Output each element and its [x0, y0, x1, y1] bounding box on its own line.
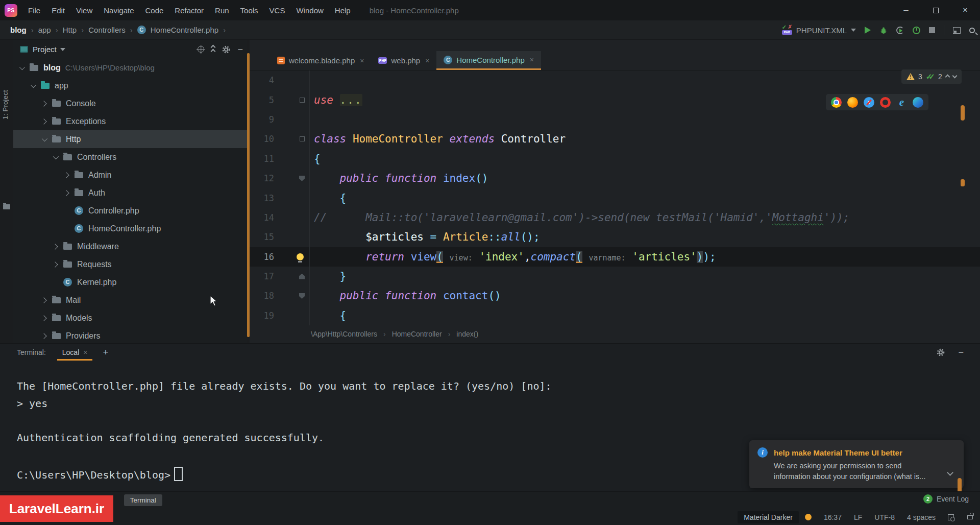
search-everywhere-icon[interactable] — [969, 28, 975, 33]
editor-breadcrumb-item[interactable]: index() — [456, 330, 478, 338]
chevron-collapsed-icon[interactable] — [41, 118, 46, 124]
chevron-collapsed-icon[interactable] — [63, 172, 69, 178]
editor-scrollbar-thumb[interactable] — [961, 105, 965, 121]
inspections-widget[interactable]: 3 ✓✓ 2 — [901, 69, 962, 84]
close-icon[interactable]: × — [530, 56, 534, 64]
breadcrumb-item-http[interactable]: Http — [63, 26, 77, 34]
chevron-expanded-icon[interactable] — [53, 153, 59, 159]
breadcrumb-item-blog[interactable]: blog — [10, 26, 27, 34]
status-indent[interactable]: 4 spaces — [907, 513, 936, 521]
stop-button[interactable] — [929, 27, 935, 33]
chrome-browser-icon[interactable] — [831, 97, 842, 108]
chevron-down-icon[interactable] — [947, 469, 953, 476]
maximize-button[interactable] — [921, 0, 950, 20]
gear-icon[interactable] — [937, 348, 945, 356]
tool-button-terminal[interactable]: Terminal — [124, 494, 162, 506]
run-button[interactable] — [865, 27, 871, 34]
tree-item-kernel-php[interactable]: CKernel.php — [13, 273, 247, 291]
fold-marker-icon[interactable] — [299, 176, 305, 181]
menu-item-code[interactable]: Code — [139, 4, 169, 17]
chevron-expanded-icon[interactable] — [42, 135, 47, 141]
chevron-collapsed-icon[interactable] — [41, 315, 46, 321]
chevron-expanded-icon[interactable] — [31, 82, 36, 87]
tab-welcome-blade-php[interactable]: welcome.blade.php× — [270, 51, 371, 70]
hide-panel-icon[interactable]: − — [958, 348, 964, 357]
intention-bulb-icon[interactable] — [297, 253, 304, 260]
menu-item-navigate[interactable]: Navigate — [98, 4, 139, 17]
tree-item-http[interactable]: Http — [13, 130, 247, 148]
fold-marker-icon[interactable] — [299, 274, 305, 279]
tree-item-middleware[interactable]: Middleware — [13, 237, 247, 255]
close-icon[interactable]: × — [360, 57, 364, 65]
fold-marker-icon[interactable] — [300, 98, 305, 103]
menu-item-view[interactable]: View — [70, 4, 98, 17]
chevron-collapsed-icon[interactable] — [52, 261, 58, 267]
menu-item-tools[interactable]: Tools — [235, 4, 264, 17]
minimize-button[interactable]: – — [891, 0, 921, 20]
opera-browser-icon[interactable] — [880, 97, 891, 108]
event-log-button[interactable]: 2 Event Log — [923, 494, 969, 504]
menu-item-run[interactable]: Run — [209, 4, 235, 17]
unlock-icon[interactable] — [967, 515, 973, 519]
profiler-button[interactable] — [913, 27, 920, 34]
chevron-collapsed-icon[interactable] — [63, 190, 69, 196]
menu-item-edit[interactable]: Edit — [46, 4, 70, 17]
chevron-collapsed-icon[interactable] — [52, 244, 58, 249]
firefox-browser-icon[interactable] — [847, 97, 858, 108]
menu-item-window[interactable]: Window — [290, 4, 329, 17]
status-line-ending[interactable]: LF — [854, 513, 862, 521]
tree-item-homecontroller-php[interactable]: CHomeController.php — [13, 220, 247, 237]
run-with-coverage-button[interactable] — [896, 27, 904, 34]
status-theme[interactable]: Material Darker — [738, 511, 799, 523]
collapse-all-icon[interactable] — [211, 45, 215, 53]
debug-button[interactable] — [879, 26, 888, 34]
inspections-status-icon[interactable] — [948, 514, 954, 520]
tree-item-controllers[interactable]: Controllers — [13, 148, 247, 166]
menu-item-refactor[interactable]: Refactor — [169, 4, 209, 17]
editor-breadcrumb-item[interactable]: HomeController — [392, 330, 442, 338]
tree-item-blog[interactable]: blogC:\Users\HP\Desktop\blog — [13, 59, 247, 77]
new-terminal-icon[interactable]: + — [103, 347, 108, 358]
menu-item-help[interactable]: Help — [329, 4, 356, 17]
tree-item-exceptions[interactable]: Exceptions — [13, 112, 247, 130]
fold-marker-icon[interactable] — [300, 136, 305, 141]
chevron-collapsed-icon[interactable] — [41, 101, 46, 106]
chevron-expanded-icon[interactable] — [19, 64, 25, 69]
notification-balloon[interactable]: i help make Material Theme UI better We … — [749, 440, 964, 488]
ie-browser-icon[interactable]: e — [896, 97, 907, 108]
breadcrumb-item-homecontroller-php[interactable]: HomeController.php — [151, 26, 218, 34]
breadcrumb-item-controllers[interactable]: Controllers — [88, 26, 126, 34]
gear-icon[interactable] — [222, 45, 230, 54]
breadcrumb-item-app[interactable]: app — [38, 26, 51, 34]
hide-windows-icon[interactable] — [953, 27, 961, 34]
chevron-down-icon[interactable] — [60, 48, 65, 51]
chevron-collapsed-icon[interactable] — [41, 297, 46, 303]
tab-web-php[interactable]: PHPweb.php× — [371, 51, 436, 70]
tool-button-project[interactable]: 1: Project — [2, 90, 9, 120]
tab-homecontroller-php[interactable]: CHomeController.php× — [436, 51, 541, 70]
locate-file-icon[interactable] — [198, 46, 204, 53]
tree-item-app[interactable]: app — [13, 77, 247, 94]
chevron-collapsed-icon[interactable] — [41, 333, 46, 339]
run-configuration-select[interactable]: ✓✗PHP PHPUNIT.XML — [782, 26, 856, 35]
close-icon[interactable]: × — [425, 57, 429, 65]
chevron-up-icon[interactable] — [945, 74, 950, 79]
editor-breadcrumb-item[interactable]: \App\Http\Controllers — [311, 330, 377, 338]
menu-item-file[interactable]: File — [22, 4, 46, 17]
theme-color-icon[interactable] — [805, 514, 812, 520]
chevron-down-icon[interactable] — [952, 73, 957, 78]
tree-item-providers[interactable]: Providers — [13, 327, 247, 343]
tree-item-console[interactable]: Console — [13, 94, 247, 112]
close-icon[interactable]: × — [83, 348, 87, 356]
project-panel-title[interactable]: Project — [33, 45, 57, 54]
hide-panel-icon[interactable]: − — [237, 45, 243, 54]
edge-browser-icon[interactable] — [913, 97, 923, 108]
tree-item-auth[interactable]: Auth — [13, 184, 247, 202]
tree-item-requests[interactable]: Requests — [13, 255, 247, 273]
status-encoding[interactable]: UTF-8 — [874, 513, 895, 521]
menu-item-vcs[interactable]: VCS — [264, 4, 291, 17]
terminal-tab-local[interactable]: Local × — [60, 344, 90, 361]
tree-item-models[interactable]: Models — [13, 309, 247, 327]
tree-item-admin[interactable]: Admin — [13, 166, 247, 184]
close-button[interactable]: × — [950, 0, 980, 20]
